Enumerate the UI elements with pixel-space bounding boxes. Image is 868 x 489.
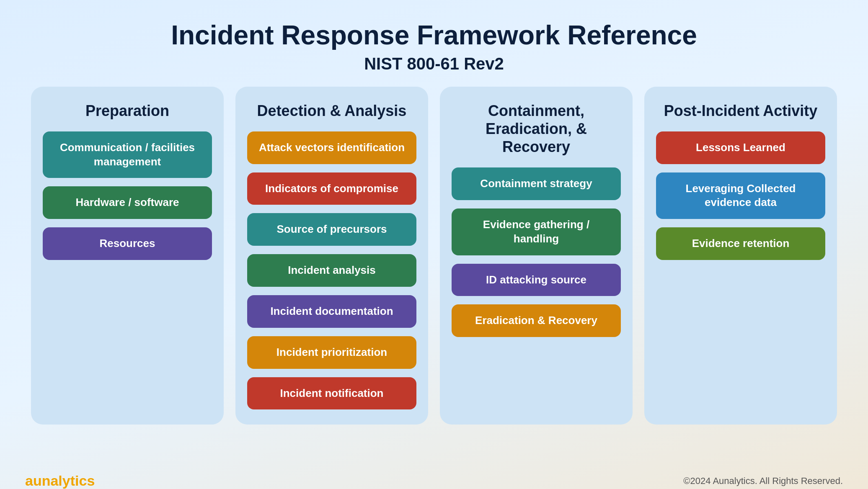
item-attack-vectors-identification: Attack vectors identification bbox=[247, 131, 416, 164]
item-resources: Resources bbox=[43, 227, 212, 260]
column-containment-eradication-recovery: Containment, Eradication, & RecoveryCont… bbox=[440, 87, 633, 425]
item-containment-strategy: Containment strategy bbox=[452, 167, 621, 200]
item-leveraging-collected-evidence-data: Leveraging Collected evidence data bbox=[656, 172, 825, 219]
page-header: Incident Response Framework Reference NI… bbox=[171, 20, 697, 73]
page-footer: aunalytics ©2024 Aunalytics. All Rights … bbox=[0, 465, 868, 489]
logo-accent: a bbox=[25, 473, 33, 489]
column-title-preparation: Preparation bbox=[43, 102, 212, 120]
page-title: Incident Response Framework Reference bbox=[171, 20, 697, 51]
logo: aunalytics bbox=[25, 473, 95, 489]
column-preparation: PreparationCommunication / facilities ma… bbox=[31, 87, 224, 425]
item-communication-facilities-management: Communication / facilities management bbox=[43, 131, 212, 178]
copyright-text: ©2024 Aunalytics. All Rights Reserved. bbox=[683, 476, 843, 486]
column-title-detection-analysis: Detection & Analysis bbox=[247, 102, 416, 120]
item-indicators-of-compromise: Indicators of compromise bbox=[247, 172, 416, 205]
item-source-of-precursors: Source of precursors bbox=[247, 213, 416, 246]
item-eradication-recovery: Eradication & Recovery bbox=[452, 304, 621, 337]
logo-text: unalytics bbox=[33, 473, 95, 489]
item-incident-documentation: Incident documentation bbox=[247, 295, 416, 328]
item-incident-prioritization: Incident prioritization bbox=[247, 336, 416, 369]
column-post-incident: Post-Incident ActivityLessons LearnedLev… bbox=[644, 87, 837, 425]
item-hardware-software: Hardware / software bbox=[43, 186, 212, 219]
column-detection-analysis: Detection & AnalysisAttack vectors ident… bbox=[235, 87, 428, 425]
framework-columns: PreparationCommunication / facilities ma… bbox=[0, 87, 868, 425]
item-id-attacking-source: ID attacking source bbox=[452, 264, 621, 296]
item-lessons-learned: Lessons Learned bbox=[656, 131, 825, 164]
column-title-post-incident: Post-Incident Activity bbox=[656, 102, 825, 120]
item-evidence-gathering-handling: Evidence gathering / handling bbox=[452, 208, 621, 255]
item-incident-notification: Incident notification bbox=[247, 377, 416, 410]
column-title-containment-eradication-recovery: Containment, Eradication, & Recovery bbox=[452, 102, 621, 156]
item-incident-analysis: Incident analysis bbox=[247, 254, 416, 287]
page-subtitle: NIST 800-61 Rev2 bbox=[171, 54, 697, 73]
item-evidence-retention: Evidence retention bbox=[656, 227, 825, 260]
